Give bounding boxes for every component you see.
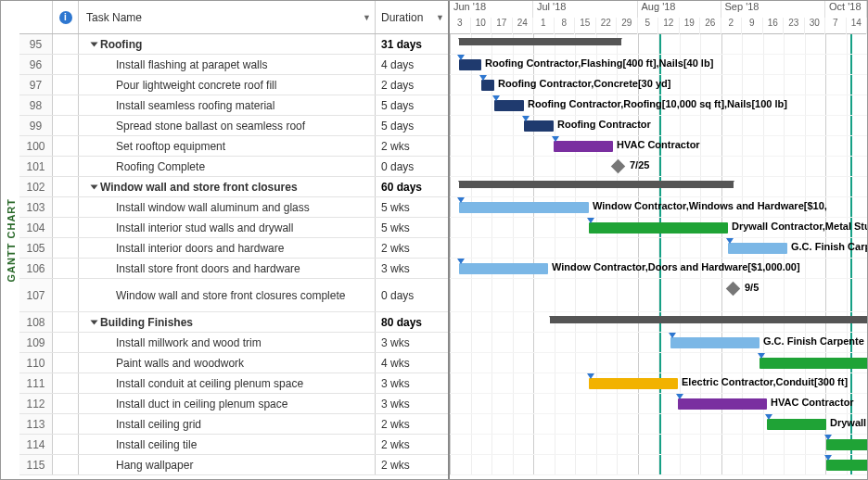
collapse-icon[interactable] <box>91 320 98 324</box>
gantt-bar[interactable] <box>826 460 867 471</box>
milestone-icon[interactable] <box>611 159 626 174</box>
gantt-row: Electric Contractor,Conduit[300 ft] <box>450 373 867 394</box>
table-row[interactable]: 111Install conduit at ceiling plenum spa… <box>19 373 448 394</box>
task-name: Install ceiling grid <box>116 418 201 431</box>
link-arrow-icon <box>676 394 683 399</box>
gantt-bar[interactable] <box>760 358 867 369</box>
bar-label: Electric Contractor,Conduit[300 ft] <box>682 376 848 387</box>
link-arrow-icon <box>824 435 832 440</box>
summary-bar[interactable] <box>459 38 621 45</box>
task-duration: 2 wks <box>376 238 448 258</box>
link-arrow-icon <box>479 75 487 81</box>
summary-bar[interactable] <box>550 316 867 323</box>
gantt-row: Roofing Contractor,Roofing[10,000 sq ft]… <box>450 95 867 116</box>
gantt-bar[interactable] <box>459 263 548 274</box>
table-row[interactable]: 98Install seamless roofing material5 day… <box>19 95 448 116</box>
day-header: 8 <box>555 18 576 34</box>
gantt-bar[interactable] <box>589 222 728 234</box>
link-arrow-icon <box>765 414 772 420</box>
bar-label: 7/25 <box>630 159 649 171</box>
table-row[interactable]: 104Install interior stud walls and drywa… <box>19 218 448 238</box>
table-row[interactable]: 108Building Finishes80 days <box>19 312 448 333</box>
col-header-duration[interactable]: Duration▼ <box>376 1 448 33</box>
gantt-bar[interactable] <box>554 141 613 152</box>
collapse-icon[interactable] <box>91 184 98 189</box>
table-row[interactable]: 101Roofing Complete0 days <box>19 157 448 177</box>
link-arrow-icon <box>758 353 765 359</box>
day-header: 17 <box>491 18 513 34</box>
task-name: Hang wallpaper <box>116 459 193 472</box>
bar-label: Drywall Con <box>830 417 867 428</box>
table-row[interactable]: 95Roofing31 days <box>19 34 448 55</box>
gantt-row: Drywall Contractor,Metal Studs <box>450 218 867 238</box>
table-row[interactable]: 97Pour lightweight concrete roof fill2 d… <box>19 75 448 95</box>
task-duration: 3 wks <box>376 333 448 352</box>
task-name: Building Finishes <box>100 316 193 329</box>
day-header: 16 <box>763 18 785 34</box>
row-id: 114 <box>19 435 53 454</box>
gantt-row <box>450 177 867 197</box>
milestone-icon[interactable] <box>726 282 741 297</box>
table-row[interactable]: 107Window wall and store front closures … <box>19 279 448 312</box>
day-header: 10 <box>471 18 492 34</box>
gantt-bar[interactable] <box>481 80 494 91</box>
table-row[interactable]: 103Install window wall aluminum and glas… <box>19 197 448 218</box>
chevron-down-icon[interactable]: ▼ <box>436 13 444 22</box>
task-name: Window wall and store front closures <box>100 181 298 194</box>
table-row[interactable]: 109Install millwork and wood trim3 wks <box>19 333 448 353</box>
gantt-row: G.C. Finish Carpenter C <box>450 238 867 259</box>
gantt-bar[interactable] <box>670 337 760 348</box>
table-row[interactable]: 100Set rooftop equipment2 wks <box>19 136 448 157</box>
gantt-bar[interactable] <box>826 439 867 450</box>
gantt-bar[interactable] <box>767 419 826 430</box>
day-header: 9 <box>742 18 763 34</box>
day-header: 5 <box>638 18 659 34</box>
gantt-bar[interactable] <box>728 243 787 254</box>
row-id: 111 <box>19 373 53 393</box>
gantt-bar[interactable] <box>524 120 554 132</box>
timeline: Jun '18Jul '18Aug '18Sep '18Oct '18 3101… <box>450 1 867 479</box>
collapse-icon[interactable] <box>91 42 98 46</box>
table-row[interactable]: 96Install flashing at parapet walls4 day… <box>19 55 448 75</box>
task-name: Window wall and store front closures com… <box>116 289 345 302</box>
task-duration: 3 wks <box>376 394 448 413</box>
row-id: 105 <box>19 238 53 258</box>
bar-label: Roofing Contractor,Roofing[10,000 sq ft]… <box>528 98 787 109</box>
task-duration: 0 days <box>376 157 448 176</box>
gantt-bar[interactable] <box>494 100 524 111</box>
gantt-row: 9/5 <box>450 279 867 312</box>
table-row[interactable]: 106Install store front doors and hardwar… <box>19 259 448 279</box>
gantt-bar[interactable] <box>678 398 767 410</box>
table-row[interactable]: 105Install interior doors and hardware2 … <box>19 238 448 259</box>
table-row[interactable]: 114Install ceiling tile2 wks <box>19 435 448 455</box>
link-arrow-icon <box>522 116 530 121</box>
summary-bar[interactable] <box>459 181 734 188</box>
day-header: 24 <box>513 18 534 34</box>
table-row[interactable]: 99Spread stone ballast on seamless roof5… <box>19 116 448 136</box>
table-row[interactable]: 115Hang wallpaper2 wks <box>19 455 448 475</box>
day-header: 23 <box>784 18 805 34</box>
task-name: Install interior stud walls and drywall <box>116 221 293 234</box>
row-id: 106 <box>19 259 53 278</box>
row-id: 107 <box>19 279 53 311</box>
gantt-row: Window Contractor,Doors and Hardware[$1,… <box>450 259 867 279</box>
gantt-bar[interactable] <box>459 202 589 213</box>
task-duration: 2 wks <box>376 136 448 156</box>
gantt-bar[interactable] <box>459 59 481 70</box>
table-row[interactable]: 112Install duct in ceiling plenum space3… <box>19 394 448 414</box>
chevron-down-icon[interactable]: ▼ <box>363 13 371 22</box>
row-id: 102 <box>19 177 53 196</box>
task-duration: 2 wks <box>376 455 448 474</box>
gantt-row: HVAC Contractor <box>450 394 867 414</box>
table-row[interactable]: 113Install ceiling grid2 wks <box>19 414 448 435</box>
task-duration: 4 wks <box>376 353 448 373</box>
gantt-bar[interactable] <box>589 378 678 389</box>
table-row[interactable]: 102Window wall and store front closures6… <box>19 177 448 197</box>
link-arrow-icon <box>587 218 594 223</box>
table-row[interactable]: 110Paint walls and woodwork4 wks <box>19 353 448 373</box>
bar-label: Window Contractor,Windows and Hardware[$… <box>593 200 827 211</box>
col-header-name[interactable]: Task Name▼ <box>79 1 376 33</box>
day-header: 26 <box>700 18 721 34</box>
link-arrow-icon <box>587 373 594 379</box>
bar-label: 9/5 <box>745 282 759 293</box>
